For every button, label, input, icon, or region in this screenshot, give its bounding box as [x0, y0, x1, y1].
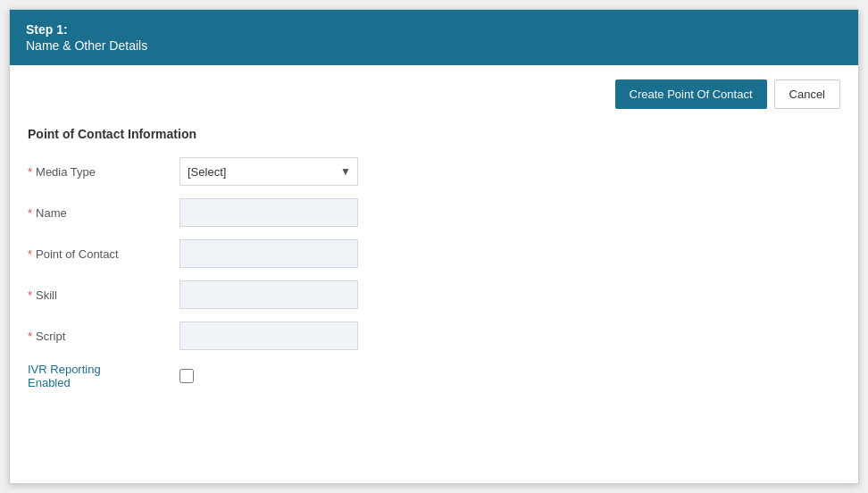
ivr-checkbox-wrapper: [179, 369, 194, 383]
cancel-button[interactable]: Cancel: [774, 79, 840, 109]
required-star: *: [28, 288, 32, 302]
media-type-select-wrapper: [Select] ▼: [179, 157, 358, 186]
create-point-of-contact-button[interactable]: Create Point Of Contact: [615, 79, 767, 109]
form-group-ivr: IVR ReportingEnabled: [28, 363, 840, 389]
point-of-contact-input[interactable]: [179, 239, 358, 268]
skill-input[interactable]: [179, 280, 358, 309]
point-of-contact-label: * Point of Contact: [28, 247, 179, 261]
section-title: Point of Contact Information: [28, 127, 840, 141]
name-input[interactable]: [179, 198, 358, 227]
ivr-label: IVR ReportingEnabled: [28, 363, 179, 389]
form-group-name: * Name: [28, 198, 840, 227]
modal-container: Step 1: Name & Other Details Create Poin…: [9, 9, 859, 484]
form-group-media-type: * Media Type [Select] ▼: [28, 157, 840, 186]
form-group-point-of-contact: * Point of Contact: [28, 239, 840, 268]
ivr-reporting-checkbox[interactable]: [179, 369, 194, 383]
form-group-script: * Script: [28, 322, 840, 350]
media-type-select[interactable]: [Select]: [179, 157, 358, 186]
required-star: *: [28, 247, 32, 261]
name-label: * Name: [28, 206, 179, 220]
script-input[interactable]: [179, 322, 358, 350]
skill-label: * Skill: [28, 288, 179, 302]
step-subtitle: Name & Other Details: [26, 38, 842, 53]
step-label: Step 1:: [26, 22, 842, 37]
toolbar: Create Point Of Contact Cancel: [28, 79, 840, 109]
form-group-skill: * Skill: [28, 280, 840, 309]
required-star: *: [28, 165, 32, 179]
modal-header: Step 1: Name & Other Details: [10, 10, 858, 65]
media-type-label: * Media Type: [28, 165, 179, 179]
modal-body: Create Point Of Contact Cancel Point of …: [10, 65, 858, 483]
script-label: * Script: [28, 330, 179, 343]
required-star: *: [28, 206, 32, 220]
required-star: *: [28, 330, 32, 343]
